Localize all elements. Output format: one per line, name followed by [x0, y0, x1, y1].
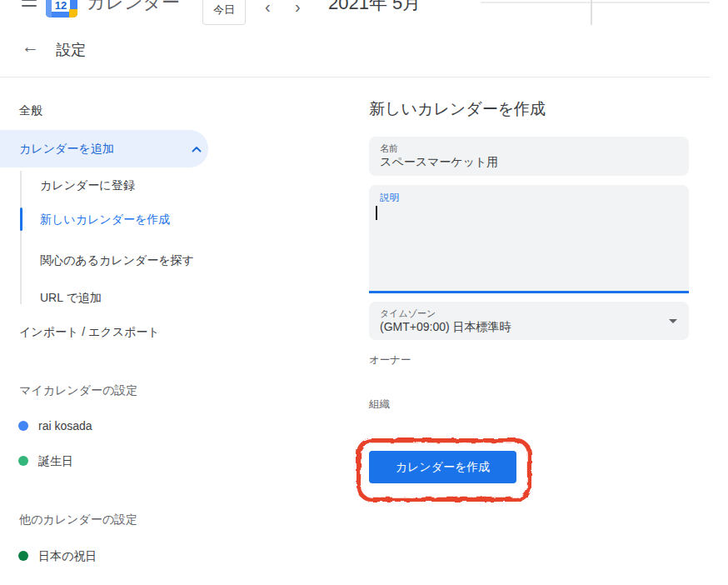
- sidebar-item-general[interactable]: 全般: [19, 103, 42, 118]
- active-item-indicator: [20, 208, 22, 231]
- sidebar-item-import-export[interactable]: インポート / エクスポート: [19, 325, 160, 340]
- next-month-icon[interactable]: ›: [295, 0, 301, 17]
- sidebar-item-add-calendar[interactable]: カレンダーを追加: [0, 130, 208, 168]
- current-date-label: 2021年 5月: [328, 0, 421, 16]
- background-window-edge-vertical: [591, 0, 592, 25]
- menu-icon[interactable]: [22, 0, 37, 7]
- sidebar-item-create-new-calendar[interactable]: 新しいカレンダーを作成: [40, 212, 170, 228]
- app-title: カレンダー: [87, 0, 180, 15]
- sidebar-item-japan-holidays[interactable]: 日本の祝日: [38, 549, 97, 564]
- sidebar-item-subscribe-calendar[interactable]: カレンダーに登録: [40, 178, 135, 193]
- description-field[interactable]: 説明: [369, 185, 689, 293]
- name-field-value: スペースマーケット用: [380, 155, 498, 170]
- owner-label: オーナー: [369, 353, 411, 368]
- today-button-label: 今日: [213, 2, 235, 18]
- prev-month-icon[interactable]: ‹: [265, 0, 271, 17]
- sidebar-item-add-by-url[interactable]: URL で追加: [40, 291, 102, 306]
- calendar-color-dot: [18, 551, 28, 561]
- background-window-edge-horizontal: [481, 2, 710, 3]
- sidebar-item-browse-calendars[interactable]: 関心のあるカレンダーを探す: [40, 253, 194, 268]
- form-heading: 新しいカレンダーを作成: [369, 98, 546, 120]
- description-field-label: 説明: [380, 192, 399, 204]
- organization-label: 組織: [369, 398, 390, 412]
- calendar-icon-day: 12: [52, 0, 70, 12]
- name-field-label: 名前: [380, 142, 398, 155]
- create-calendar-button[interactable]: カレンダーを作成: [369, 451, 516, 483]
- sidebar-item-birthdays[interactable]: 誕生日: [38, 454, 73, 469]
- sidebar-item-add-calendar-label: カレンダーを追加: [19, 142, 114, 157]
- calendar-color-dot: [18, 421, 28, 431]
- back-arrow-icon[interactable]: ←: [22, 37, 39, 57]
- name-field[interactable]: 名前 スペースマーケット用: [369, 137, 689, 176]
- sidebar-item-rai-kosada[interactable]: rai kosada: [38, 419, 92, 432]
- sidebar-section-my-calendars: マイカレンダーの設定: [19, 383, 137, 398]
- timezone-select[interactable]: タイムゾーン (GMT+09:00) 日本標準時: [369, 302, 689, 340]
- today-button[interactable]: 今日: [202, 0, 246, 25]
- timezone-value: (GMT+09:00) 日本標準時: [380, 320, 511, 335]
- create-calendar-button-label: カレンダーを作成: [396, 460, 491, 475]
- header-divider: [0, 77, 710, 78]
- subsection-guide-line: [20, 171, 22, 304]
- text-cursor: [376, 206, 377, 220]
- page-title: 設定: [56, 40, 86, 60]
- calendar-color-dot: [18, 456, 28, 466]
- chevron-up-icon: [192, 146, 202, 152]
- sidebar-section-other-calendars: 他のカレンダーの設定: [19, 512, 137, 528]
- calendar-app-icon: 12: [46, 0, 77, 18]
- dropdown-arrow-icon: [669, 319, 677, 323]
- timezone-label: タイムゾーン: [380, 308, 436, 320]
